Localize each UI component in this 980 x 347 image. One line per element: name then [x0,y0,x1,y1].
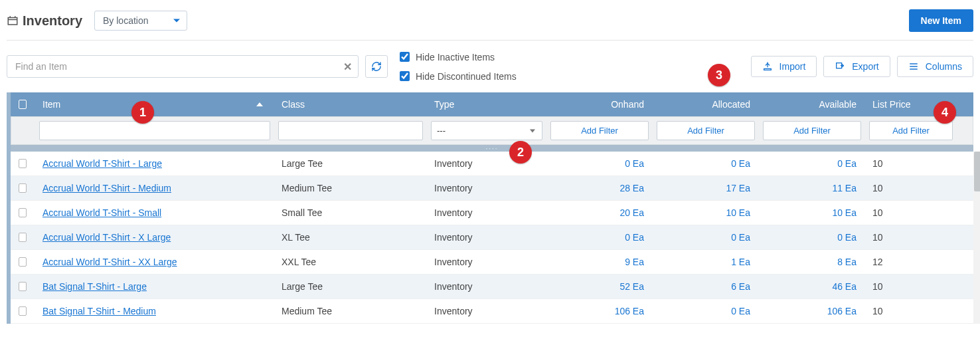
cell-onhand: 20 Ea [546,201,652,225]
cell-onhand: 9 Ea [546,250,652,274]
cell-allocated: 0 Ea [652,152,758,175]
filter-available-button[interactable]: Add Filter [763,121,861,140]
cell-type: Inventory [426,152,546,175]
cell-type: Inventory [426,250,546,274]
cell-class: Medium Tee [274,176,426,200]
search-wrap: ✕ [7,55,359,78]
page-header: Inventory By location New Item [7,7,973,41]
vertical-scrollbar[interactable] [973,152,980,324]
cell-allocated: 0 Ea [652,225,758,249]
refresh-button[interactable] [365,55,388,78]
grid-header: Item Class Type Onhand Allocated Availab… [11,92,973,116]
table-row: Accrual World T-Shirt - XX LargeXXL TeeI… [11,250,973,275]
table-row: Bat Signal T-Shirt - MediumMedium TeeInv… [11,299,973,324]
table-row: Accrual World T-Shirt - MediumMedium Tee… [11,176,973,201]
item-link[interactable]: Accrual World T-Shirt - Medium [42,183,171,193]
export-button[interactable]: Export [823,56,890,77]
hide-discontinued-input[interactable] [400,71,410,81]
inventory-icon [7,15,19,27]
filter-type-dropdown[interactable]: --- [431,121,542,140]
filter-allocated-button[interactable]: Add Filter [657,121,755,140]
cell-available: 8 Ea [758,250,864,274]
import-button[interactable]: Import [751,56,817,77]
cell-listprice: 10 [864,176,956,200]
view-dropdown[interactable]: By location [94,11,187,31]
hide-discontinued-checkbox[interactable]: Hide Discontinued Items [397,69,517,83]
column-list-price[interactable]: List Price [864,92,956,116]
refresh-icon [371,61,382,72]
cell-type: Inventory [426,201,546,225]
columns-button[interactable]: Columns [897,56,973,77]
inventory-grid: Item Class Type Onhand Allocated Availab… [7,92,973,324]
filter-item-input[interactable] [39,121,270,140]
row-gripper[interactable] [11,145,973,152]
row-checkbox[interactable] [11,225,35,249]
cell-available: 106 Ea [758,299,864,323]
scrollbar-thumb[interactable] [974,152,980,191]
cell-type: Inventory [426,176,546,200]
filter-listprice-button[interactable]: Add Filter [869,121,953,140]
cell-type: Inventory [426,299,546,323]
column-item[interactable]: Item [35,92,274,116]
item-link[interactable]: Bat Signal T-Shirt - Large [42,281,147,292]
cell-available: 0 Ea [758,225,864,249]
filter-onhand-button[interactable]: Add Filter [550,121,649,140]
cell-onhand: 0 Ea [546,152,652,175]
import-icon [762,61,773,72]
cell-allocated: 0 Ea [652,299,758,323]
cell-allocated: 17 Ea [652,176,758,200]
filter-row: --- Add Filter Add Filter Add Filter Add… [11,116,973,145]
column-available[interactable]: Available [758,92,864,116]
filter-type-value: --- [437,126,446,136]
view-dropdown-label: By location [103,15,148,26]
cell-listprice: 10 [864,152,956,175]
cell-class: Small Tee [274,201,426,225]
cell-onhand: 52 Ea [546,275,652,298]
item-link[interactable]: Accrual World T-Shirt - Large [42,158,162,169]
import-label: Import [779,61,806,72]
row-checkbox[interactable] [11,152,35,175]
cell-class: Medium Tee [274,299,426,323]
row-checkbox[interactable] [11,275,35,298]
filter-class-input[interactable] [278,121,423,140]
item-link[interactable]: Bat Signal T-Shirt - Medium [42,306,156,316]
cell-listprice: 12 [864,250,956,274]
table-row: Accrual World T-Shirt - LargeLarge TeeIn… [11,152,973,176]
cell-class: XL Tee [274,225,426,249]
clear-icon[interactable]: ✕ [343,60,352,73]
cell-available: 11 Ea [758,176,864,200]
row-checkbox[interactable] [11,201,35,225]
column-onhand[interactable]: Onhand [546,92,652,116]
cell-type: Inventory [426,275,546,298]
cell-class: XXL Tee [274,250,426,274]
cell-class: Large Tee [274,152,426,175]
visibility-filters: Hide Inactive Items Hide Discontinued It… [397,50,517,83]
columns-label: Columns [926,61,962,72]
grid-body: Accrual World T-Shirt - LargeLarge TeeIn… [11,152,973,324]
cell-allocated: 10 Ea [652,201,758,225]
page-title: Inventory [23,13,82,29]
cell-onhand: 106 Ea [546,299,652,323]
item-link[interactable]: Accrual World T-Shirt - Small [42,207,161,218]
item-link[interactable]: Accrual World T-Shirt - XX Large [42,257,177,267]
hide-inactive-input[interactable] [400,52,410,62]
search-input[interactable] [7,55,359,78]
item-link[interactable]: Accrual World T-Shirt - X Large [42,232,171,243]
select-all-header[interactable] [11,93,35,116]
row-checkbox[interactable] [11,299,35,323]
cell-allocated: 1 Ea [652,250,758,274]
new-item-button[interactable]: New Item [909,9,973,32]
row-checkbox[interactable] [11,250,35,274]
cell-available: 46 Ea [758,275,864,298]
cell-onhand: 28 Ea [546,176,652,200]
svg-rect-0 [8,18,17,25]
hide-inactive-checkbox[interactable]: Hide Inactive Items [397,50,517,64]
row-checkbox[interactable] [11,176,35,200]
cell-available: 10 Ea [758,201,864,225]
column-class[interactable]: Class [274,92,426,116]
cell-listprice: 10 [864,225,956,249]
hide-discontinued-label: Hide Discontinued Items [416,71,517,82]
column-type[interactable]: Type [426,92,546,116]
cell-allocated: 6 Ea [652,275,758,298]
column-allocated[interactable]: Allocated [652,92,758,116]
